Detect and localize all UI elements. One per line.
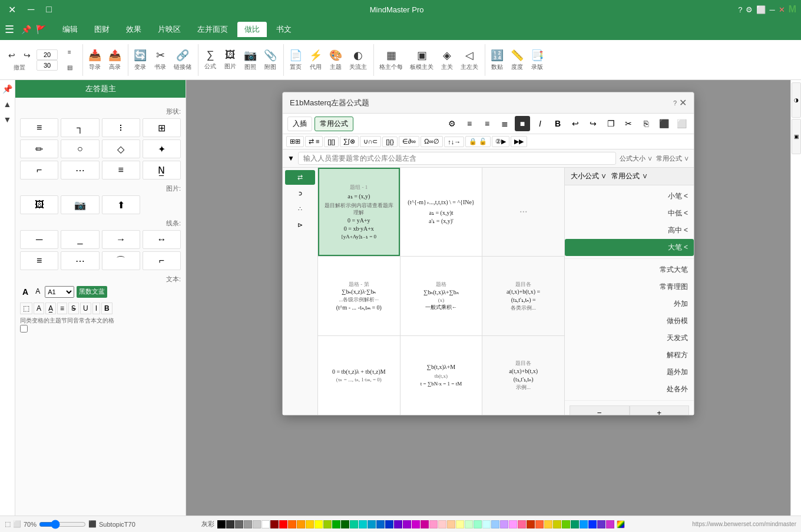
scroll-up-icon[interactable]: ▲ xyxy=(1,98,14,111)
strikethrough-btn[interactable]: S̶ xyxy=(68,302,79,314)
color-light-blue[interactable] xyxy=(491,520,499,528)
modal-italic-icon[interactable]: I xyxy=(532,116,548,131)
color-dark-green[interactable] xyxy=(341,520,349,528)
main-flow-btn[interactable]: ◐ 关流主 xyxy=(346,46,370,74)
underline-btn[interactable]: U xyxy=(80,302,91,314)
formula-search-input[interactable] xyxy=(298,152,616,165)
italic-btn[interactable]: I xyxy=(92,302,100,314)
shape-lines[interactable]: ≡ xyxy=(102,161,140,179)
window-close-icon[interactable]: ✕ xyxy=(779,5,785,14)
text-color-btn[interactable]: 黑数文蓝 xyxy=(77,286,107,298)
common-header[interactable]: 常用公式 ∨ xyxy=(611,171,647,181)
export-btn[interactable]: 📤 高录 xyxy=(105,46,124,74)
formula-cell-9[interactable]: 题目各 a(t,x)+b(t,x) (t₁,t'₁,tₙ) 示例... xyxy=(482,336,564,415)
line-double-arrow[interactable]: ↔ xyxy=(143,230,181,249)
fsub-bracket[interactable]: [][] xyxy=(324,137,338,147)
modal-fullscreen-icon[interactable]: ⬛ xyxy=(656,116,671,131)
line-dotted[interactable]: ⋯ xyxy=(61,251,99,270)
color-light-pink[interactable] xyxy=(429,520,438,528)
size-large[interactable]: 大笔 < xyxy=(565,239,694,256)
modal-copy-icon[interactable]: ❐ xyxy=(603,116,618,131)
fsub-set[interactable]: ∈∂∞ xyxy=(399,136,419,147)
photo-btn[interactable]: 📷 图照 xyxy=(241,46,260,74)
scroll-down-icon[interactable]: ▼ xyxy=(1,113,14,126)
modal-settings-icon[interactable]: ⚙ xyxy=(444,116,459,131)
modal-paste-icon[interactable]: ⎘ xyxy=(638,116,654,131)
fsub-abc[interactable]: ∪∩⊂ xyxy=(360,136,382,147)
insert-btn[interactable]: 📥 导录 xyxy=(85,46,104,74)
color-indigo[interactable] xyxy=(597,520,605,528)
minus-btn[interactable]: − xyxy=(570,405,630,415)
cat-ext[interactable]: 题外加 xyxy=(565,364,694,381)
pin-icon[interactable]: 📌 xyxy=(21,25,31,34)
formula-btn[interactable]: ∑ 公式 xyxy=(201,46,220,74)
line-curve[interactable]: ⌒ xyxy=(102,251,140,270)
color-peach[interactable] xyxy=(447,520,455,528)
modal-window-icon[interactable]: ⬜ xyxy=(674,116,689,131)
color-gold[interactable] xyxy=(544,520,552,528)
align-icon[interactable]: ≡ xyxy=(60,45,79,59)
color-yellow-green[interactable] xyxy=(323,520,332,528)
settings-icon[interactable]: ⚙ xyxy=(746,5,753,14)
menu-compare[interactable]: 做比 xyxy=(237,22,267,37)
color-sky-blue[interactable] xyxy=(368,520,376,528)
theme-btn[interactable]: 🎨 主题 xyxy=(326,46,345,74)
fsub-brace[interactable]: []{} xyxy=(382,137,397,147)
modal-align-left-icon[interactable]: ≡ xyxy=(462,116,477,131)
shape-dashes[interactable]: ⋯ xyxy=(61,161,99,179)
text-sync-checkbox[interactable] xyxy=(20,325,28,332)
color-dark-red[interactable] xyxy=(270,520,279,528)
line-underline2[interactable]: _ xyxy=(61,230,99,249)
paste-btn[interactable]: 🔢 数贴 xyxy=(488,46,507,74)
modal-help-icon[interactable]: ? xyxy=(673,99,677,107)
shape-circle[interactable]: ○ xyxy=(61,139,99,158)
fsub-lock[interactable]: 🔒 🔓 xyxy=(465,136,491,147)
sidebar-btn-2[interactable]: ▣ xyxy=(792,119,801,154)
color-light-magenta[interactable] xyxy=(509,520,517,528)
min-btn[interactable]: ─ xyxy=(24,3,38,16)
color-mint[interactable] xyxy=(474,520,482,528)
plus-btn[interactable]: + xyxy=(630,405,690,415)
modal-insert-btn[interactable]: 入插 xyxy=(287,117,312,131)
color-teal[interactable] xyxy=(359,520,367,528)
color-hot-pink[interactable] xyxy=(518,520,526,528)
color-yellow-orange[interactable] xyxy=(306,520,314,528)
close-btn[interactable]: ✕ xyxy=(5,3,19,16)
color-teal-green[interactable] xyxy=(350,520,358,528)
menu-page[interactable]: 左并面页 xyxy=(190,22,235,37)
formula-cell-7[interactable]: 0 = tb(τ,z)λ + tb(τ,z)M (τₙ = ..., tₙ, 1… xyxy=(318,336,400,415)
fsub-expand[interactable]: ▶▶ xyxy=(511,136,527,147)
color-violet[interactable] xyxy=(403,520,411,528)
menu-edit[interactable]: 编辑 xyxy=(55,22,85,37)
fsub-arrow[interactable]: ⇄ ≡ xyxy=(305,136,323,147)
transform-btn[interactable]: 🔄 变录 xyxy=(131,46,150,74)
attach-btn[interactable]: 📎 附图 xyxy=(261,46,280,74)
shape-align[interactable]: ⫶ xyxy=(102,118,140,137)
color-lighter-pink[interactable] xyxy=(438,520,446,528)
color-green[interactable] xyxy=(332,520,340,528)
template-main-btn[interactable]: ▣ 板模主关 xyxy=(407,46,436,74)
bg-color-btn[interactable]: A̲ xyxy=(45,302,56,314)
formula-cell-6[interactable]: 题目各 a(t,x)+b(t,x) = (t₁,t'₁,tₙ) = 各类示例..… xyxy=(482,257,564,335)
cat-formula-large[interactable]: 常式大笔 xyxy=(565,261,694,278)
color-olive-yellow[interactable] xyxy=(553,520,561,528)
zoom-slider[interactable] xyxy=(39,520,86,529)
size-medium-high[interactable]: 高中 < xyxy=(565,222,694,239)
shape-diamond[interactable]: ◇ xyxy=(102,139,140,158)
line-straight[interactable]: ─ xyxy=(20,230,58,249)
color-pink-purple[interactable] xyxy=(421,520,429,528)
color-dark[interactable] xyxy=(226,520,234,528)
more-colors-btn[interactable] xyxy=(615,520,627,528)
modal-bold-icon[interactable]: B xyxy=(550,116,565,131)
color-white[interactable] xyxy=(262,520,270,528)
color-light-green[interactable] xyxy=(465,520,473,528)
color-black[interactable] xyxy=(217,520,226,528)
fsub-more[interactable]: ②▶ xyxy=(492,136,509,147)
modal-tab-4[interactable]: ⊳ xyxy=(285,218,315,232)
bottom-icon-2[interactable]: ⬜ xyxy=(13,520,21,528)
color-blue[interactable] xyxy=(376,520,385,528)
num-input-1[interactable] xyxy=(37,49,58,60)
pin-left-icon[interactable]: 📌 xyxy=(1,82,14,95)
flag-icon[interactable]: 🚩 xyxy=(36,25,46,34)
shape-bracket[interactable]: ┐ xyxy=(61,118,99,137)
